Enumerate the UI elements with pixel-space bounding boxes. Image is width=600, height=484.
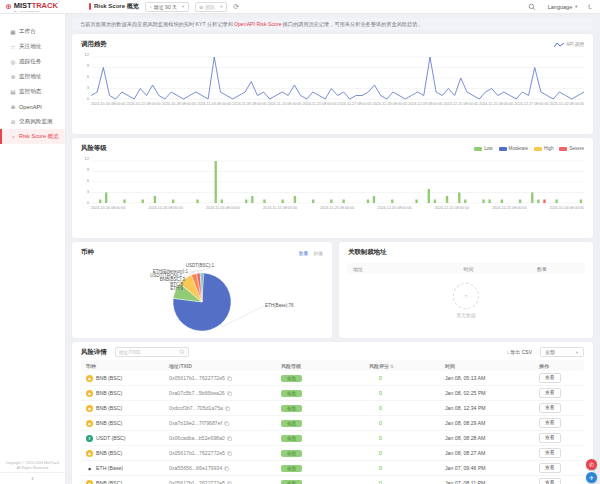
view-button[interactable]: 查看 [539,478,561,484]
sidebar-item-label: 关注地址 [19,43,41,51]
telegram-button[interactable]: ✈ [586,472,597,483]
coin-icon: ◆ [86,420,93,427]
copy-icon[interactable] [227,451,232,456]
coin-name: BNB (BSC) [96,390,122,396]
sidebar-item-label: 监控动态 [19,88,41,96]
page-header: Risk Score 概览 [89,2,139,11]
risk-x-axis: 2024-10-16 08:00:002024-10-26 08:00:0020… [91,206,584,210]
address-text[interactable]: 0x05617b1...7622772e5 [169,480,225,484]
legend-item-moderate[interactable]: Moderate [499,146,528,151]
timestamp: Jan 08, 02:25 PM [445,390,539,396]
table-row: ◆BNB (BSC)0x05617b1...7622772e5低危0Jan 08… [81,446,584,461]
sidebar-item-workbench[interactable]: ▦工作台 [0,24,65,39]
sidebar-item-watched-address[interactable]: ☆关注地址 [0,39,65,54]
sidebar-item-monitor-address[interactable]: ⊚监控地址 [0,69,65,84]
sidebar-item-tracking-task[interactable]: ◎追踪任务 [0,54,65,69]
pie-label: ETH(Ethereum):1 [153,269,189,274]
coin-name: ETH (Base) [96,465,123,471]
address-search-input[interactable] [119,350,179,355]
team-select[interactable]: ⊚ 团队 ▼ [195,2,227,12]
view-button[interactable]: 查看 [539,448,561,458]
copy-icon[interactable] [227,391,232,396]
address-text[interactable]: 0x05617b1...7622772e5 [169,375,225,381]
toggle-count[interactable]: 数量 [299,250,309,256]
copy-icon[interactable] [224,466,229,471]
search-icon[interactable] [526,2,538,12]
legend-item-low[interactable]: Low [474,146,492,151]
copy-icon[interactable] [225,406,230,411]
legend-swatch [499,147,507,151]
legend-item-high[interactable]: High [534,146,553,151]
sort-icon[interactable]: ⇅ [390,364,394,369]
address-text[interactable]: 0xa7b19e2...7f79687ef [169,420,222,426]
timestamp: Jan 08, 08:29 AM [445,420,539,426]
export-csv-button[interactable]: ↓ 导出 CSV [507,349,532,355]
openapi-risk-score-link[interactable]: OpenAPI Risk Score [234,21,282,27]
copy-icon[interactable] [227,481,232,484]
refresh-icon[interactable]: ⟳ [233,3,239,11]
table-row: ◆BNB (BSC)0x05617b1...7622772e5低危0Jan 07… [81,476,584,484]
sidebar-item-risk-score[interactable]: ◔Risk Score 概览 [0,129,65,144]
view-button[interactable]: 查看 [539,418,561,428]
risk-score: 0 [369,375,382,381]
address-text[interactable]: 0xa55656...66e179934 [169,465,222,471]
table-row: ◆BNB (BSC)0xdccf3b7...705d1a75a低危0Jan 08… [81,401,584,416]
brand-logo[interactable]: ⊕ MISTTRACK BY SLOWMIST [5,1,67,13]
language-select[interactable]: Language ▼ [548,4,578,10]
sidebar-item-label: Risk Score 概览 [19,133,59,141]
currency-pie-chart[interactable]: USDT(BSC):1ETH(Base):76ETH:9BTC:8BNB(BSC… [77,259,327,339]
api-calls-legend[interactable]: API 调用 [554,42,584,48]
toggle-value[interactable]: 价值 [313,250,323,256]
risk-score-icon: ◔ [9,134,17,140]
coin-name: BNB (BSC) [96,375,122,381]
time-range-select[interactable]: ◔ 最近 90 天 ▼ [145,2,189,12]
empty-box-icon: ▫ [453,283,479,309]
risk-y-axis: 129630 [78,157,91,205]
sidebar-item-openapi[interactable]: ⊕OpenAPI [0,99,65,114]
risk-level-chart[interactable] [91,157,584,205]
view-button[interactable]: 查看 [539,388,561,398]
view-button[interactable]: 查看 [539,373,561,383]
panel-title: 风险详情 [81,348,107,357]
watched-address-icon: ☆ [9,44,17,50]
copy-icon[interactable] [227,436,232,441]
misttrack-logo-icon: ⊕ [5,3,12,11]
headset-icon: ✆ [589,461,594,468]
coin-icon: ◆ [86,390,93,397]
misttrack-app: ⊕ MISTTRACK BY SLOWMIST Risk Score 概览 ◔ … [0,0,600,484]
table-row: ₮USDT (BSC)0x06cadba...b52e698a0低危0Jan 0… [81,431,584,446]
detail-table-header: 币种 地址/TXID 风险等级 风险评分⇅ 时间 操作 [81,360,584,371]
empty-state: ▫ 暂无数据 [339,283,593,318]
sidebar-item-tx-risk-monitor[interactable]: ⊘交易风险监测 [0,114,65,129]
sidebar-item-label: 工作台 [19,28,36,36]
clock-icon: ◔ [149,4,152,10]
sidebar-item-monitor-activity[interactable]: ▤监控动态 [0,84,65,99]
copyright: Copyright © 2023-2024 MistTrack All Righ… [0,461,65,471]
view-button[interactable]: 查看 [539,433,561,443]
pie-label: ETH(Base):76 [265,303,294,308]
customer-service-button[interactable]: ✆ [586,459,597,470]
detail-table-body: ◆BNB (BSC)0x05617b1...7622772e5低危0Jan 08… [81,371,584,484]
risk-level-badge: 低危 [281,390,302,397]
risk-score: 0 [369,435,382,441]
dark-mode-toggle-icon[interactable]: ☾ [587,2,595,12]
view-button[interactable]: 查看 [539,463,561,473]
address-text[interactable]: 0xdccf3b7...705d1a75a [169,405,223,411]
copy-icon[interactable] [224,421,229,426]
title-accent-bar [89,3,91,10]
view-button[interactable]: 查看 [539,403,561,413]
copy-icon[interactable] [227,376,232,381]
call-trend-chart[interactable] [91,53,584,101]
address-text[interactable]: 0xa07c5b7...5b66bea26 [169,390,225,396]
address-text[interactable]: 0x06cadba...b52e698a0 [169,435,225,441]
sidebar-collapse-button[interactable]: ‹ [0,472,65,484]
address-text[interactable]: 0x05617b1...7622772e5 [169,450,225,456]
risk-level-badge: 低危 [281,480,302,484]
workbench-icon: ▦ [9,29,17,35]
tx-risk-monitor-icon: ⊘ [9,119,17,125]
risk-level-badge: 低危 [281,465,302,472]
legend-item-severe[interactable]: Severe [559,146,584,151]
level-filter-select[interactable]: 全部 ▼ [540,347,584,357]
coin-icon: ₮ [86,435,93,442]
coin-name: BNB (BSC) [96,450,122,456]
